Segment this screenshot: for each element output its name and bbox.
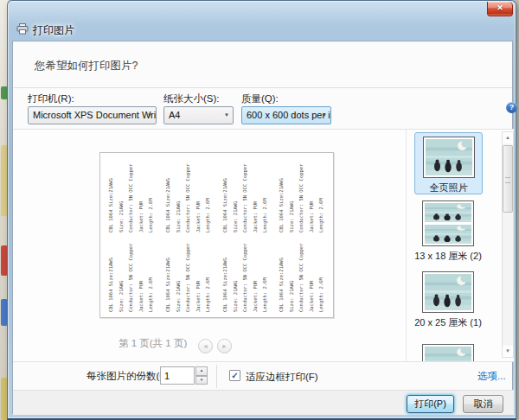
check-icon: ✓ [231, 371, 238, 380]
scroll-up-button[interactable]: ▲ [503, 132, 513, 143]
print-pictures-dialog: ✕ 打印图片 您希望如何打印图片? 打印机(R): 纸张大小(S): 质量(Q)… [7, 0, 516, 420]
close-button[interactable]: ✕ [487, 2, 513, 16]
penguins-photo-thumbnail [425, 225, 471, 244]
layout-option-label: 全页照片 [430, 181, 468, 194]
copies-input[interactable] [160, 366, 195, 385]
cancel-button[interactable]: 取消 [463, 395, 503, 413]
label-block: CBL 1064 Size:21AWGSize: 21AWGConductor:… [274, 237, 330, 313]
options-divider [216, 365, 217, 388]
arrow-down-icon: ▼ [200, 378, 203, 382]
penguins-photo-thumbnail [425, 203, 471, 222]
window-title: 打印图片 [33, 23, 74, 38]
quality-label: 质量(Q): [241, 92, 279, 105]
printer-label: 打印机(R): [28, 92, 74, 105]
chevron-down-icon: ▼ [224, 107, 229, 124]
page-indicator: 第 1 页(共 1 页) [119, 337, 187, 350]
quality-select-value: 600 x 600 dots per ir [247, 110, 331, 120]
label-block: CBL 1064 Size:21AWGSize: 21AWGConductor:… [218, 237, 273, 313]
stepper-down-button[interactable]: ▼ [195, 376, 208, 385]
paper-size-label: 纸张大小(S): [163, 92, 220, 105]
arrow-down-icon: ▼ [505, 348, 510, 353]
fit-to-frame-checkbox[interactable]: ✓ [229, 370, 240, 381]
header-separator [13, 87, 512, 88]
title-bar: 打印图片 [16, 22, 74, 38]
layout-thumbnail [422, 200, 474, 246]
fit-to-frame-label: 适应边框打印(F) [246, 371, 318, 384]
label-block: CBL 1064 Size:21AWGSize: 21AWGConductor:… [104, 237, 159, 313]
main-instruction: 您希望如何打印图片? [35, 59, 138, 73]
layout-thumbnail [422, 344, 474, 362]
stepper-up-button[interactable]: ▲ [195, 366, 208, 376]
penguins-photo-thumbnail [425, 347, 471, 362]
layout-option-label: 13 x 18 厘米 (2) [414, 250, 482, 263]
preview-area: CBL 1064 Size:21AWGSize: 21AWGConductor:… [13, 129, 514, 362]
printer-select-value: Microsoft XPS Document Write [33, 110, 157, 120]
help-icon[interactable]: ? [506, 102, 517, 113]
penguins-photo-thumbnail [425, 274, 471, 310]
scrollbar-thumb[interactable] [503, 145, 513, 213]
layout-option-label: 20 x 25 厘米 (1) [414, 316, 482, 329]
previous-page-button[interactable]: ◄ [198, 339, 213, 353]
sidebar-scrollbar[interactable]: ▲ ▼ [502, 131, 514, 358]
printer-select[interactable]: Microsoft XPS Document Write ▼ [28, 106, 157, 124]
arrow-up-icon: ▲ [200, 368, 203, 372]
label-block: CBL 1064 Size:21AWGSize: 21AWGConductor:… [104, 157, 159, 233]
print-options-row: 每张图片的份数(C): ▲ ▼ ✓ 适应边框打印(F) 选项... [13, 363, 514, 390]
paper-size-select-value: A4 [169, 110, 180, 120]
layout-thumbnail [423, 137, 475, 178]
label-block: CBL 1064 Size:21AWGSize: 21AWGConductor:… [274, 157, 330, 233]
print-preview-page: CBL 1064 Size:21AWGSize: 21AWGConductor:… [99, 152, 334, 318]
layout-option-20x25[interactable]: 20 x 25 厘米 (1) [411, 271, 485, 329]
label-block: CBL 1064 Size:21AWGSize: 21AWGConductor:… [218, 157, 273, 233]
penguins-photo-thumbnail [426, 139, 472, 175]
layout-option-partial[interactable] [411, 344, 485, 362]
close-icon: ✕ [497, 3, 503, 12]
options-link[interactable]: 选项... [477, 370, 506, 383]
copies-stepper: ▲ ▼ [195, 366, 208, 385]
layout-thumbnail [422, 271, 474, 313]
next-page-button[interactable]: ► [217, 339, 232, 353]
scroll-down-button[interactable]: ▼ [503, 346, 513, 357]
label-block: CBL 1064 Size:21AWGSize: 21AWGConductor:… [161, 237, 216, 313]
arrow-right-icon: ► [221, 343, 227, 349]
printer-icon [16, 22, 29, 38]
paper-size-select[interactable]: A4 ▼ [163, 106, 234, 124]
chevron-down-icon: ▼ [147, 107, 152, 124]
print-button[interactable]: 打印(P) [407, 395, 454, 413]
arrow-up-icon: ▲ [505, 135, 510, 140]
dialog-footer: 打印(P) 取消 [13, 390, 514, 415]
label-block: CBL 1064 Size:21AWGSize: 21AWGConductor:… [161, 157, 216, 233]
arrow-left-icon: ◄ [202, 343, 208, 349]
sidebar-divider [406, 130, 407, 362]
quality-select[interactable]: 600 x 600 dots per ir ▼ [241, 106, 331, 124]
layout-option-full-page[interactable]: 全页照片 [414, 132, 483, 194]
dialog-content: 您希望如何打印图片? 打印机(R): 纸张大小(S): 质量(Q): Micro… [12, 41, 513, 414]
chevron-down-icon: ▼ [322, 107, 327, 124]
layout-option-13x18[interactable]: 13 x 18 厘米 (2) [411, 200, 485, 263]
